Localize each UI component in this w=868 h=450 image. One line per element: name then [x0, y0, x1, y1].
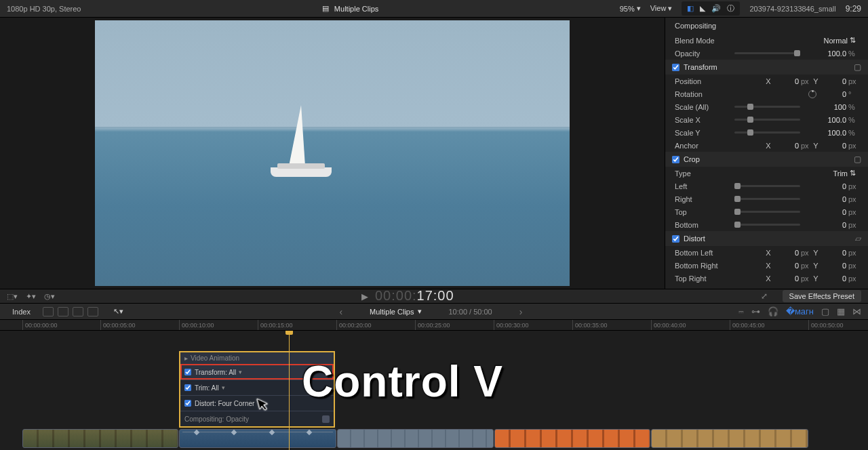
fullscreen-icon[interactable]: ⤢: [761, 291, 768, 301]
transform-header[interactable]: Transform ▢: [665, 60, 868, 75]
scale-x-value[interactable]: 100.0: [806, 116, 846, 124]
transitions-browser-icon[interactable]: ⋈: [852, 306, 861, 316]
project-duration: 10:00 / 50:00: [449, 308, 492, 316]
crop-checkbox[interactable]: [672, 156, 679, 163]
chevron-down-icon[interactable]: ▾: [239, 369, 242, 375]
arrow-tool-icon[interactable]: ↖▾: [113, 307, 123, 316]
crop-bottom-value[interactable]: 0: [806, 221, 846, 229]
playhead[interactable]: [289, 331, 290, 450]
rotation-wheel[interactable]: [808, 90, 816, 98]
anim-distort-checkbox[interactable]: [184, 400, 191, 407]
scale-y-value[interactable]: 100.0: [806, 129, 846, 137]
insert-clip-icon[interactable]: [58, 307, 68, 316]
distort-br-y[interactable]: 0: [821, 262, 846, 270]
anchor-y-value[interactable]: 0: [821, 142, 846, 150]
crop-header[interactable]: Crop ▢: [665, 152, 868, 167]
crop-type-label: Type: [675, 169, 729, 178]
opacity-label: Opacity: [675, 49, 729, 58]
zoom-dropdown[interactable]: 95%▾: [620, 4, 641, 13]
scale-x-slider[interactable]: [734, 119, 800, 121]
audio-icon[interactable]: 🔊: [711, 4, 721, 13]
anim-compositing-row[interactable]: Compositing: Opacity: [180, 411, 334, 426]
inspector-panel[interactable]: Compositing Blend Mode Normal⇅ Opacity 1…: [665, 18, 868, 289]
chevron-down-icon[interactable]: ▾: [222, 384, 225, 391]
timeline-clip[interactable]: 201308-915375262_small: [22, 429, 178, 448]
index-button[interactable]: Index: [7, 306, 36, 317]
play-button[interactable]: ▶: [361, 291, 368, 302]
effects-browser-icon[interactable]: ▦: [837, 306, 845, 316]
rotation-value[interactable]: 0: [821, 90, 846, 98]
viewer-pane[interactable]: [0, 18, 665, 289]
crop-left-value[interactable]: 0: [806, 182, 846, 190]
skimming-icon[interactable]: ⎓: [738, 306, 744, 316]
crop-top-value[interactable]: 0: [806, 208, 846, 216]
history-back-icon[interactable]: ‹: [339, 306, 342, 317]
distort-checkbox[interactable]: [672, 235, 679, 243]
chevron-down-icon: ▾: [668, 4, 672, 12]
blend-mode-dropdown[interactable]: Normal⇅: [824, 36, 859, 45]
distort-tr-label: Top Right: [675, 274, 736, 283]
distort-tr-y[interactable]: 0: [821, 274, 846, 283]
view-dropdown[interactable]: View ▾: [650, 4, 673, 13]
project-name-dropdown[interactable]: Multiple Clips▾: [370, 307, 421, 316]
ruler-tick: 00:00:15:00: [258, 320, 293, 330]
crop-type-dropdown[interactable]: Trim⇅: [833, 169, 859, 178]
distort-header[interactable]: Distort ▱: [665, 231, 868, 246]
info-icon[interactable]: ⓘ: [727, 3, 734, 14]
pos-y-value[interactable]: 0: [821, 77, 846, 85]
opacity-slider[interactable]: [734, 52, 800, 54]
anchor-x-value[interactable]: 0: [773, 142, 799, 150]
updown-icon: ⇅: [850, 36, 856, 45]
ruler-tick: 00:00:10:00: [179, 320, 214, 330]
distort-bl-x[interactable]: 0: [773, 249, 799, 257]
timeline-tracks[interactable]: ▸Video Animation Transform: All▾ Trim: A…: [0, 331, 868, 450]
crop-bottom-label: Bottom: [675, 221, 729, 229]
solo-icon[interactable]: 🎧: [768, 306, 778, 316]
distort-tr-x[interactable]: 0: [773, 274, 799, 283]
timecode-display[interactable]: 00:00:17:00: [375, 288, 454, 304]
pos-x-value[interactable]: 0: [773, 77, 799, 85]
append-clip-icon[interactable]: [73, 307, 83, 316]
disclosure-icon[interactable]: ▸: [184, 354, 188, 362]
save-effects-preset-button[interactable]: Save Effects Preset: [783, 290, 861, 302]
crop-left-slider[interactable]: [734, 185, 800, 187]
timeline-clip[interactable]: 205923: [337, 429, 494, 448]
enhance-tool-icon[interactable]: ✦▾: [26, 292, 36, 301]
effects-controls-icon[interactable]: ◧: [687, 4, 694, 13]
ruler-tick: 00:00:00:00: [22, 320, 58, 330]
retime-tool-icon[interactable]: ◷▾: [44, 292, 55, 301]
connect-clip-icon[interactable]: [43, 307, 54, 316]
transform-checkbox[interactable]: [672, 64, 679, 71]
color-icon[interactable]: ◣: [700, 4, 705, 13]
audio-skimming-icon[interactable]: ⊶: [751, 306, 760, 316]
transform-tool-icon[interactable]: ⬚▾: [7, 292, 18, 301]
timeline-clip[interactable]: 206272_small: [494, 429, 650, 448]
timeline-clip-selected[interactable]: 203974-923133846_small: [179, 429, 336, 448]
ruler-tick: 00:00:50:00: [808, 320, 844, 330]
scale-y-slider[interactable]: [734, 131, 800, 134]
updown-icon: ⇅: [850, 169, 856, 178]
crop-reset-icon[interactable]: ▢: [854, 155, 861, 164]
crop-right-value[interactable]: 0: [806, 195, 846, 203]
distort-bl-y[interactable]: 0: [821, 249, 846, 257]
ruler-tick: 00:00:40:00: [651, 320, 686, 330]
opacity-value[interactable]: 100.0: [806, 49, 846, 58]
timeline-ruler[interactable]: 00:00:00:00 00:00:05:00 00:00:10:00 00:0…: [0, 320, 868, 331]
history-forward-icon[interactable]: ›: [519, 306, 523, 317]
crop-top-slider[interactable]: [734, 211, 800, 213]
clip-appearance-icon[interactable]: ▢: [821, 306, 829, 316]
scale-all-slider[interactable]: [734, 106, 800, 108]
reset-icon[interactable]: ▢: [854, 62, 861, 72]
scale-all-value[interactable]: 100: [806, 103, 846, 111]
scale-all-label: Scale (All): [675, 103, 729, 111]
crop-bottom-slider[interactable]: [734, 224, 800, 226]
anim-transform-checkbox[interactable]: [184, 369, 191, 375]
snapping-icon[interactable]: �магн: [786, 306, 814, 316]
overwrite-clip-icon[interactable]: [87, 307, 98, 316]
crop-right-slider[interactable]: [734, 198, 800, 200]
distort-br-x[interactable]: 0: [773, 262, 799, 270]
distort-reset-icon[interactable]: ▱: [855, 234, 861, 243]
timeline-clip[interactable]: 214582_small: [651, 429, 808, 448]
reveal-icon[interactable]: [322, 415, 330, 423]
anim-trim-checkbox[interactable]: [184, 384, 191, 391]
